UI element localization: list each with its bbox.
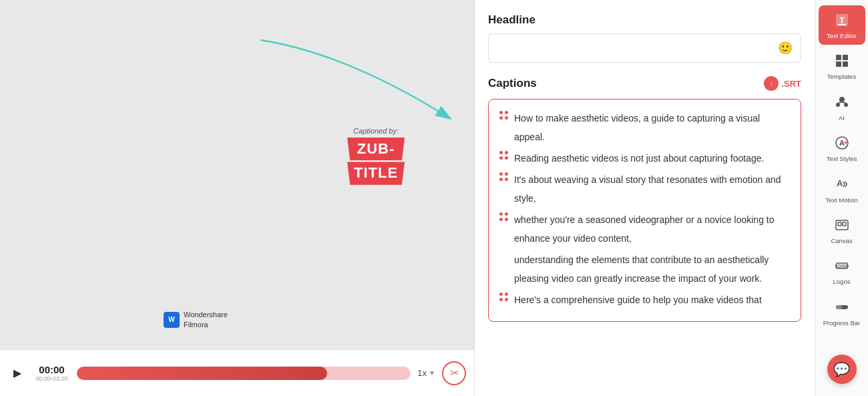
sidebar-item-text-motion[interactable]: A Text Motion [819, 170, 865, 209]
sidebar-item-text-editor[interactable]: T Text Editor [819, 5, 865, 45]
scissors-button[interactable]: ✂ [442, 361, 466, 385]
caption-line: Reading aesthetic videos is not just abo… [499, 149, 790, 168]
sidebar-item-templates[interactable]: Templates [819, 46, 865, 85]
svg-rect-19 [843, 222, 846, 226]
svg-rect-7 [843, 61, 848, 67]
editor-content: Headline 🙂 Captions ↑ .SRT How to make a… [475, 0, 815, 396]
svg-rect-6 [836, 61, 841, 67]
text-styles-icon: A ★ [833, 134, 851, 152]
speed-selector[interactable]: 1x ▼ [417, 368, 435, 378]
srt-label: .SRT [781, 79, 801, 89]
dots-grid-icon [499, 172, 509, 182]
svg-rect-4 [836, 55, 841, 60]
dots-grid-icon [499, 151, 509, 160]
progress-bar-icon [833, 298, 851, 317]
headline-section-title: Headline [488, 13, 801, 27]
ai-icon [833, 93, 851, 112]
sidebar-item-canvas[interactable]: Canvas [819, 210, 865, 250]
sidebar-item-label: Logos [833, 278, 851, 285]
srt-button[interactable]: ↑ .SRT [764, 76, 801, 91]
dots-grid-icon [499, 212, 509, 222]
subtitle-badge-line2: TITLE [347, 162, 405, 184]
logos-icon: LOGO [833, 256, 851, 275]
arrow-pointer [0, 0, 474, 396]
sidebar-item-label: Canvas [831, 237, 852, 244]
caption-line: whether you're a seasoned videographer o… [499, 210, 790, 248]
chat-fab-button[interactable]: 💬 [827, 355, 857, 384]
speed-arrow-icon: ▼ [429, 369, 435, 377]
templates-icon [833, 51, 851, 70]
right-panel: Headline 🙂 Captions ↑ .SRT How to make a… [474, 0, 815, 396]
captions-header: Captions ↑ .SRT [488, 76, 801, 91]
headline-input[interactable]: 🙂 [488, 33, 801, 63]
text-editor-icon: T [833, 11, 851, 29]
svg-text:T: T [839, 16, 845, 25]
dots-grid-icon [499, 111, 509, 120]
time-display: 00:00 00:00-03:20 [33, 364, 70, 382]
svg-text:★: ★ [843, 140, 848, 146]
caption-line: Here's a comprehensive guide to help you… [499, 290, 790, 309]
svg-rect-18 [838, 222, 841, 226]
progress-track[interactable] [77, 367, 411, 380]
sidebar-item-label: Progress Bar [823, 319, 860, 327]
sidebar-item-label: Templates [827, 73, 856, 80]
timeline-bar: ▶ 00:00 00:00-03:20 1x ▼ ✂ [0, 349, 474, 396]
svg-text:A: A [837, 178, 843, 188]
captioned-by-label: Captioned by: [347, 127, 405, 135]
sidebar-item-ai[interactable]: AI [819, 87, 865, 127]
text-motion-icon: A [833, 175, 851, 194]
watermark-icon: W [164, 312, 180, 328]
caption-line: How to make aesthetic videos, a guide to… [499, 109, 790, 146]
sidebar-item-text-styles[interactable]: A ★ Text Styles [819, 128, 865, 168]
sidebar-item-label: AI [839, 114, 845, 122]
subtitle-badge-line1: ZUB- [347, 138, 405, 160]
svg-text:LOGO: LOGO [835, 264, 849, 268]
svg-rect-3 [838, 24, 846, 25]
svg-line-12 [842, 102, 846, 103]
canvas-icon [833, 216, 851, 234]
sidebar-item-label: Text Editor [827, 32, 857, 39]
time-current: 00:00 [39, 364, 64, 375]
subtitle-overlay: Captioned by: ZUB- TITLE [347, 127, 405, 185]
sidebar-item-label: Text Motion [825, 196, 858, 204]
caption-line: It's about weaving a visual story that r… [499, 170, 790, 208]
svg-line-11 [838, 102, 842, 103]
emoji-icon[interactable]: 🙂 [778, 41, 793, 55]
svg-point-10 [844, 103, 848, 107]
captions-section-title: Captions [488, 77, 537, 90]
sidebar-item-logos[interactable]: LOGO Logos [819, 251, 865, 290]
captions-box[interactable]: How to make aesthetic videos, a guide to… [488, 99, 801, 322]
play-button[interactable]: ▶ [8, 364, 27, 383]
watermark: W WondershareFilmora [164, 310, 228, 329]
progress-fill [77, 367, 327, 380]
sidebar: T Text Editor Templates [815, 0, 868, 396]
time-total: 00:00-03:20 [35, 375, 67, 382]
caption-line: understanding the elements that contribu… [499, 250, 790, 288]
srt-upload-icon: ↑ [764, 76, 779, 91]
dots-grid-icon [499, 292, 509, 302]
watermark-text: WondershareFilmora [184, 310, 228, 329]
sidebar-item-label: Text Styles [827, 155, 857, 162]
svg-point-9 [836, 103, 840, 107]
svg-rect-23 [836, 305, 842, 309]
sidebar-item-progress-bar[interactable]: Progress Bar [819, 292, 865, 332]
speed-value: 1x [417, 368, 427, 378]
canvas-area: Captioned by: ZUB- TITLE W WondershareFi… [0, 0, 474, 396]
svg-rect-5 [843, 55, 848, 60]
svg-point-8 [839, 97, 845, 102]
